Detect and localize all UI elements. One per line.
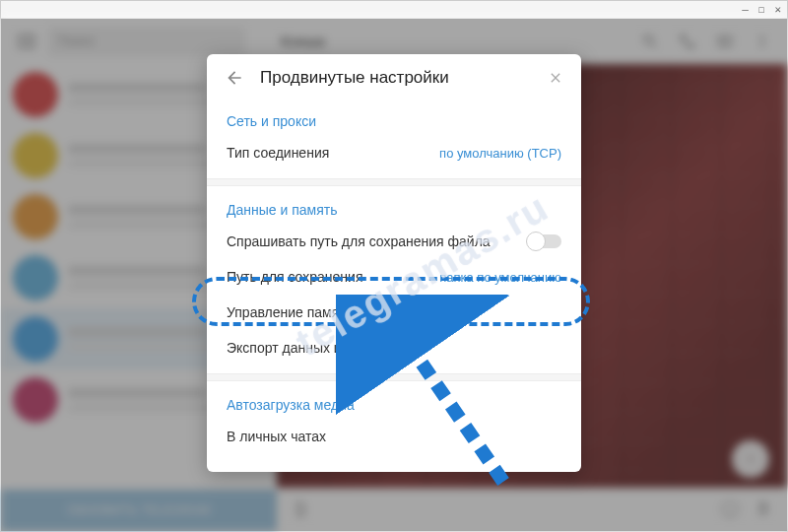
save-path-value: папка по умолчанию: [439, 270, 561, 285]
window-maximize-button[interactable]: ☐: [758, 3, 765, 16]
connection-type-label: Тип соединения: [227, 145, 439, 161]
export-label: Экспорт данных из Telegram: [227, 340, 561, 356]
ask-path-toggle[interactable]: [528, 234, 561, 248]
section-network-header: Сеть и прокси: [207, 105, 581, 135]
modal-title: Продвинутые настройки: [260, 68, 532, 88]
memory-mgmt-row[interactable]: Управление памятью устройства: [207, 295, 581, 330]
private-chats-label: В личных чатах: [227, 429, 561, 444]
memory-mgmt-label: Управление памятью устройства: [227, 304, 561, 320]
modal-overlay: Продвинутые настройки Сеть и прокси Тип …: [1, 19, 787, 531]
section-data-header: Данные и память: [207, 194, 581, 224]
back-icon[interactable]: [225, 68, 244, 88]
connection-type-value: по умолчанию (TCP): [439, 146, 561, 161]
connection-type-row[interactable]: Тип соединения по умолчанию (TCP): [207, 135, 581, 170]
window-close-button[interactable]: ✕: [774, 3, 781, 16]
export-row[interactable]: Экспорт данных из Telegram: [207, 330, 581, 366]
ask-path-label: Спрашивать путь для сохранения файла: [227, 233, 528, 249]
private-chats-row[interactable]: В личных чатах: [207, 419, 581, 454]
ask-path-row[interactable]: Спрашивать путь для сохранения файла: [207, 224, 581, 259]
app-window: — ☐ ✕ Поиск Ксюша: [0, 0, 788, 532]
section-autoload-header: Автозагрузка медиа: [207, 389, 581, 419]
window-minimize-button[interactable]: —: [742, 3, 749, 16]
save-path-label: Путь для сохранения: [227, 269, 439, 285]
window-titlebar: — ☐ ✕: [1, 1, 787, 19]
save-path-row[interactable]: Путь для сохранения папка по умолчанию: [207, 259, 581, 295]
close-icon[interactable]: [548, 70, 563, 86]
settings-modal: Продвинутые настройки Сеть и прокси Тип …: [207, 54, 581, 472]
